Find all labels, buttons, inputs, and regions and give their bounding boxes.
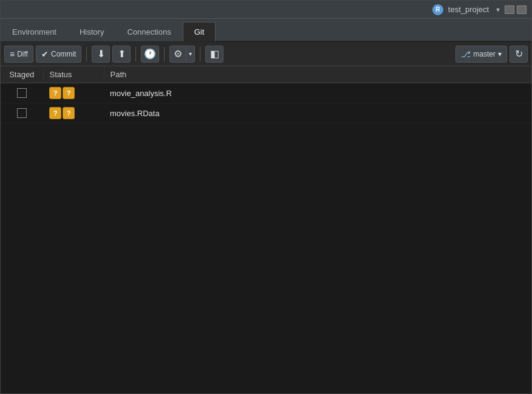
gear-button[interactable]: ⚙ bbox=[169, 46, 186, 63]
minimize-button[interactable] bbox=[505, 5, 514, 14]
path-cell: movie_analysis.R bbox=[104, 83, 531, 103]
staged-cell bbox=[1, 103, 43, 123]
status-cell: ?? bbox=[43, 103, 104, 123]
sep-2 bbox=[135, 47, 136, 61]
file-name[interactable]: movies.RData bbox=[110, 109, 160, 118]
col-staged: Staged bbox=[1, 66, 43, 83]
commit-icon: ✔ bbox=[41, 49, 49, 59]
tab-environment[interactable]: Environment bbox=[1, 22, 68, 41]
window-controls bbox=[505, 5, 527, 14]
history-icon: 🕐 bbox=[144, 48, 156, 60]
project-name: test_project bbox=[448, 5, 489, 14]
staged-cell bbox=[1, 83, 43, 103]
status-icons: ?? bbox=[49, 87, 98, 99]
title-bar-right: R test_project ▾ bbox=[432, 4, 527, 15]
branch-icon: ⎇ bbox=[461, 49, 471, 59]
project-icon: R bbox=[432, 4, 443, 15]
git-table: Staged Status Path ??movie_analysis.R??m… bbox=[1, 66, 531, 123]
table-header-row: Staged Status Path bbox=[1, 66, 531, 83]
col-status: Status bbox=[43, 66, 104, 83]
file-table-container: Staged Status Path ??movie_analysis.R??m… bbox=[1, 66, 531, 393]
diff-icon: ≡ bbox=[10, 49, 15, 59]
tab-connections[interactable]: Connections bbox=[115, 22, 182, 41]
gear-group: ⚙ ▾ bbox=[169, 46, 195, 63]
staged-checkbox[interactable] bbox=[17, 88, 27, 98]
maximize-button[interactable] bbox=[517, 5, 527, 14]
status-badge: ? bbox=[49, 107, 61, 119]
push-icon: ⬆ bbox=[118, 48, 126, 60]
branch-selector[interactable]: ⎇ master ▾ bbox=[455, 46, 507, 63]
gear-icon: ⚙ bbox=[174, 48, 182, 60]
status-cell: ?? bbox=[43, 83, 104, 103]
sep-3 bbox=[164, 47, 165, 61]
commit-button[interactable]: ✔ Commit bbox=[36, 46, 81, 63]
col-path: Path bbox=[104, 66, 531, 83]
git-panel: R test_project ▾ Environment History Con… bbox=[0, 0, 532, 394]
status-badge: ? bbox=[63, 107, 75, 119]
table-row: ??movie_analysis.R bbox=[1, 83, 531, 103]
staged-checkbox[interactable] bbox=[17, 108, 27, 118]
commit-label: Commit bbox=[51, 50, 76, 58]
project-dropdown-arrow[interactable]: ▾ bbox=[496, 5, 500, 14]
history-button[interactable]: 🕐 bbox=[141, 46, 159, 63]
refresh-button[interactable]: ↻ bbox=[510, 46, 528, 63]
push-button[interactable]: ⬆ bbox=[112, 46, 131, 63]
status-icons: ?? bbox=[49, 107, 98, 119]
title-bar: R test_project ▾ bbox=[1, 1, 531, 19]
gear-dropdown-arrow: ▾ bbox=[189, 50, 192, 57]
diff-button[interactable]: ≡ Diff bbox=[4, 46, 33, 63]
branch-dropdown-arrow: ▾ bbox=[498, 50, 502, 58]
toolbar: ≡ Diff ✔ Commit ⬇ ⬆ 🕐 ⚙ ▾ bbox=[1, 42, 531, 66]
status-badge: ? bbox=[49, 87, 61, 99]
sep-4 bbox=[200, 47, 200, 61]
stage-button[interactable]: ◧ bbox=[205, 46, 223, 63]
status-badge: ? bbox=[63, 87, 75, 99]
branch-label: master bbox=[473, 50, 496, 58]
path-cell: movies.RData bbox=[104, 103, 531, 123]
gear-dropdown-button[interactable]: ▾ bbox=[186, 46, 195, 63]
diff-label: Diff bbox=[17, 50, 28, 58]
pull-button[interactable]: ⬇ bbox=[92, 46, 110, 63]
stage-icon: ◧ bbox=[210, 48, 219, 60]
pull-icon: ⬇ bbox=[97, 48, 105, 60]
tab-git[interactable]: Git bbox=[183, 22, 216, 41]
table-row: ??movies.RData bbox=[1, 103, 531, 123]
file-name[interactable]: movie_analysis.R bbox=[110, 89, 172, 98]
sep-1 bbox=[86, 47, 87, 61]
tab-bar: Environment History Connections Git bbox=[1, 19, 531, 42]
tab-history[interactable]: History bbox=[68, 22, 115, 41]
refresh-icon: ↻ bbox=[515, 48, 523, 60]
